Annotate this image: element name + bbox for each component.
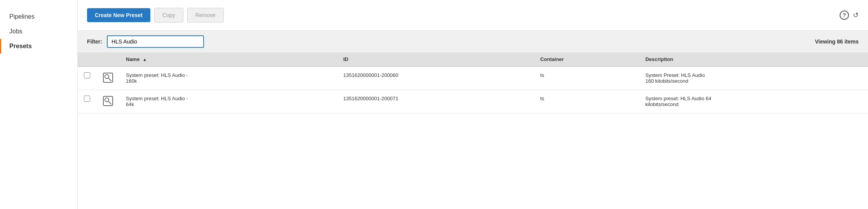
copy-button[interactable]: Copy [154, 8, 183, 23]
row-checkbox[interactable] [84, 72, 90, 78]
row-checkbox-cell [78, 66, 96, 90]
th-id: ID [337, 52, 534, 66]
svg-line-5 [108, 101, 111, 104]
sidebar: Pipelines Jobs Presets [0, 0, 78, 209]
presets-table: Name ▲ ID Container Description System p… [78, 52, 868, 113]
row-description: System preset: HLS Audio 64 kilobits/sec… [639, 90, 868, 113]
row-icon-cell [96, 90, 120, 113]
viewing-count: Viewing 86 items [815, 38, 859, 45]
row-name: System preset: HLS Audio - 160k [120, 66, 337, 90]
filter-bar: Filter: Viewing 86 items [78, 31, 868, 52]
th-container: Container [534, 52, 639, 66]
row-id: 1351620000001-200060 [337, 66, 534, 90]
th-name[interactable]: Name ▲ [120, 52, 337, 66]
row-checkbox-cell [78, 90, 96, 113]
th-checkbox [78, 52, 96, 66]
remove-button[interactable]: Remove [187, 8, 224, 23]
table-row: System preset: HLS Audio - 64k1351620000… [78, 90, 868, 113]
th-description: Description [639, 52, 868, 66]
sidebar-item-presets[interactable]: Presets [0, 39, 77, 54]
main-content: Create New Preset Copy Remove ? ↺ Filter… [78, 0, 868, 209]
sidebar-item-jobs[interactable]: Jobs [0, 24, 77, 39]
table-header-row: Name ▲ ID Container Description [78, 52, 868, 66]
table-container: Name ▲ ID Container Description System p… [78, 52, 868, 209]
svg-line-2 [108, 78, 111, 81]
row-icon-cell [96, 66, 120, 90]
row-checkbox[interactable] [84, 96, 90, 102]
toolbar-icons: ? ↺ [840, 10, 859, 20]
table-row: System preset: HLS Audio - 160k135162000… [78, 66, 868, 90]
filter-label: Filter: [87, 38, 102, 45]
create-new-preset-button[interactable]: Create New Preset [87, 8, 150, 22]
preset-icon [103, 96, 113, 106]
row-description: System Preset: HLS Audio 160 kilobits/se… [639, 66, 868, 90]
help-icon[interactable]: ? [840, 10, 849, 20]
row-container: ts [534, 66, 639, 90]
toolbar: Create New Preset Copy Remove ? ↺ [78, 0, 868, 31]
row-id: 1351620000001-200071 [337, 90, 534, 113]
refresh-icon[interactable]: ↺ [853, 11, 859, 19]
row-name: System preset: HLS Audio - 64k [120, 90, 337, 113]
row-container: ts [534, 90, 639, 113]
th-icon [96, 52, 120, 66]
filter-input[interactable] [107, 35, 204, 48]
sidebar-item-pipelines[interactable]: Pipelines [0, 9, 77, 24]
preset-icon [103, 72, 113, 83]
sort-arrow-icon: ▲ [143, 57, 147, 62]
